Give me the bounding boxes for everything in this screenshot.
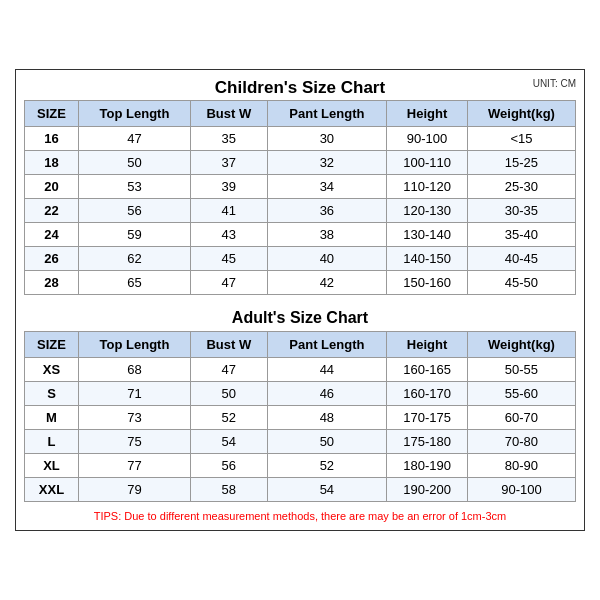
- table-cell: 48: [267, 406, 387, 430]
- table-cell: 79: [78, 478, 190, 502]
- table-cell: 59: [78, 223, 190, 247]
- table-row: M735248170-17560-70: [25, 406, 576, 430]
- children-col-header: Top Length: [78, 101, 190, 127]
- size-chart-container: Children's Size Chart UNIT: CM SIZETop L…: [15, 69, 585, 531]
- table-cell: 38: [267, 223, 387, 247]
- table-row: L755450175-18070-80: [25, 430, 576, 454]
- table-cell: 35-40: [467, 223, 575, 247]
- adults-col-header: Weight(kg): [467, 332, 575, 358]
- table-cell: 54: [267, 478, 387, 502]
- table-cell: 40-45: [467, 247, 575, 271]
- adults-col-header: Height: [387, 332, 468, 358]
- table-cell: 18: [25, 151, 79, 175]
- adults-table-body: XS684744160-16550-55S715046160-17055-60M…: [25, 358, 576, 502]
- children-col-header: Weight(kg): [467, 101, 575, 127]
- table-row: 1647353090-100<15: [25, 127, 576, 151]
- table-cell: 190-200: [387, 478, 468, 502]
- table-cell: 45-50: [467, 271, 575, 295]
- table-cell: 130-140: [387, 223, 468, 247]
- adults-section-title: Adult's Size Chart: [24, 303, 576, 331]
- table-cell: 56: [191, 454, 268, 478]
- table-cell: 73: [78, 406, 190, 430]
- table-cell: 50: [267, 430, 387, 454]
- table-cell: 68: [78, 358, 190, 382]
- table-cell: 50: [191, 382, 268, 406]
- table-cell: 34: [267, 175, 387, 199]
- table-row: 28654742150-16045-50: [25, 271, 576, 295]
- table-cell: 62: [78, 247, 190, 271]
- table-row: XL775652180-19080-90: [25, 454, 576, 478]
- table-cell: 37: [191, 151, 268, 175]
- table-cell: 70-80: [467, 430, 575, 454]
- table-cell: 90-100: [387, 127, 468, 151]
- table-cell: 120-130: [387, 199, 468, 223]
- table-cell: 16: [25, 127, 79, 151]
- table-cell: 65: [78, 271, 190, 295]
- table-cell: 36: [267, 199, 387, 223]
- table-cell: 75: [78, 430, 190, 454]
- table-cell: 26: [25, 247, 79, 271]
- children-col-header: SIZE: [25, 101, 79, 127]
- table-cell: S: [25, 382, 79, 406]
- table-cell: <15: [467, 127, 575, 151]
- table-cell: 50: [78, 151, 190, 175]
- table-cell: XL: [25, 454, 79, 478]
- table-row: 26624540140-15040-45: [25, 247, 576, 271]
- table-row: XXL795854190-20090-100: [25, 478, 576, 502]
- table-cell: L: [25, 430, 79, 454]
- tips-text: TIPS: Due to different measurement metho…: [24, 510, 576, 522]
- table-cell: 110-120: [387, 175, 468, 199]
- table-cell: 24: [25, 223, 79, 247]
- table-cell: 32: [267, 151, 387, 175]
- table-cell: 180-190: [387, 454, 468, 478]
- table-cell: 50-55: [467, 358, 575, 382]
- table-cell: XS: [25, 358, 79, 382]
- table-cell: 47: [78, 127, 190, 151]
- table-cell: 47: [191, 358, 268, 382]
- table-cell: 150-160: [387, 271, 468, 295]
- table-cell: 20: [25, 175, 79, 199]
- table-cell: 160-165: [387, 358, 468, 382]
- table-cell: 58: [191, 478, 268, 502]
- children-size-table: SIZETop LengthBust WPant LengthHeightWei…: [24, 100, 576, 295]
- table-row: S715046160-17055-60: [25, 382, 576, 406]
- table-cell: 45: [191, 247, 268, 271]
- table-cell: 80-90: [467, 454, 575, 478]
- table-cell: 175-180: [387, 430, 468, 454]
- adults-col-header: Pant Length: [267, 332, 387, 358]
- children-table-body: 1647353090-100<1518503732100-11015-25205…: [25, 127, 576, 295]
- table-cell: 30-35: [467, 199, 575, 223]
- table-cell: 35: [191, 127, 268, 151]
- table-row: 18503732100-11015-25: [25, 151, 576, 175]
- children-col-header: Pant Length: [267, 101, 387, 127]
- table-cell: 47: [191, 271, 268, 295]
- table-cell: 42: [267, 271, 387, 295]
- table-cell: 30: [267, 127, 387, 151]
- table-cell: 53: [78, 175, 190, 199]
- table-cell: 55-60: [467, 382, 575, 406]
- children-section-title: Children's Size Chart UNIT: CM: [24, 78, 576, 98]
- adults-table-header: SIZETop LengthBust WPant LengthHeightWei…: [25, 332, 576, 358]
- table-cell: 25-30: [467, 175, 575, 199]
- table-cell: XXL: [25, 478, 79, 502]
- table-row: XS684744160-16550-55: [25, 358, 576, 382]
- table-cell: 77: [78, 454, 190, 478]
- adults-col-header: SIZE: [25, 332, 79, 358]
- adults-col-header: Top Length: [78, 332, 190, 358]
- table-cell: 56: [78, 199, 190, 223]
- table-cell: 60-70: [467, 406, 575, 430]
- table-cell: 43: [191, 223, 268, 247]
- table-cell: 39: [191, 175, 268, 199]
- table-cell: 52: [191, 406, 268, 430]
- table-cell: 44: [267, 358, 387, 382]
- adults-col-header: Bust W: [191, 332, 268, 358]
- table-cell: 170-175: [387, 406, 468, 430]
- table-cell: 15-25: [467, 151, 575, 175]
- table-cell: M: [25, 406, 79, 430]
- table-cell: 90-100: [467, 478, 575, 502]
- table-cell: 22: [25, 199, 79, 223]
- table-cell: 140-150: [387, 247, 468, 271]
- table-cell: 28: [25, 271, 79, 295]
- table-cell: 40: [267, 247, 387, 271]
- table-cell: 41: [191, 199, 268, 223]
